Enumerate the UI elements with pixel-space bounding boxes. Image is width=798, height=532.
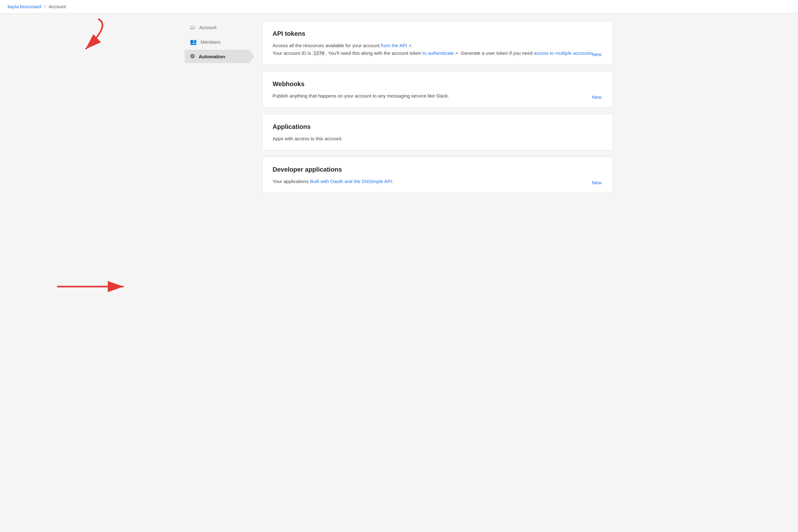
developer-applications-desc: Your applications Built with Oauth and t… bbox=[273, 178, 603, 185]
account-id: 1270 bbox=[312, 50, 325, 56]
developer-applications-title: Developer applications bbox=[273, 166, 603, 173]
api-tokens-desc-before-link1: Access all the resources available for y… bbox=[273, 43, 381, 48]
api-tokens-line2-before: Your account ID is bbox=[273, 50, 312, 56]
webhooks-desc: Publish anything that happens on your ac… bbox=[273, 92, 603, 100]
main-layout: 🗂 Account 👥 Members ⚙ Automation API tok… bbox=[177, 13, 621, 532]
webhooks-new-button[interactable]: New bbox=[590, 93, 604, 101]
applications-desc: Apps with access to this account. bbox=[273, 135, 603, 142]
sidebar-item-members[interactable]: 👥 Members bbox=[185, 35, 254, 49]
dev-apps-link[interactable]: Built with Oauth and the DNSimple API bbox=[310, 178, 392, 184]
api-tokens-card: API tokens Access all the resources avai… bbox=[262, 21, 613, 65]
page-container: kayla.broussard / Account 🗂 Account 👥 Me… bbox=[0, 0, 798, 532]
api-tokens-link1[interactable]: from the API bbox=[381, 43, 407, 48]
content-area: API tokens Access all the resources avai… bbox=[262, 21, 613, 525]
breadcrumb: kayla.broussard / Account bbox=[0, 0, 798, 13]
automation-icon: ⚙ bbox=[190, 53, 195, 60]
sidebar-label-account: Account bbox=[199, 25, 216, 30]
sidebar-item-automation[interactable]: ⚙ Automation bbox=[185, 50, 254, 63]
sidebar-label-automation: Automation bbox=[199, 54, 225, 59]
api-tokens-line2-after: . Generate a user token if you need bbox=[458, 50, 534, 56]
members-icon: 👥 bbox=[190, 38, 197, 45]
api-tokens-desc: Access all the resources available for y… bbox=[273, 42, 603, 57]
breadcrumb-current: Account bbox=[49, 4, 66, 9]
api-tokens-line2-mid: . You'll need this along with the accoun… bbox=[325, 50, 422, 56]
account-icon: 🗂 bbox=[190, 24, 196, 31]
sidebar-label-members: Members bbox=[201, 39, 221, 45]
breadcrumb-user-link[interactable]: kayla.broussard bbox=[7, 4, 41, 9]
api-tokens-link3[interactable]: access to multiple accounts bbox=[534, 50, 592, 56]
developer-applications-card: Developer applications Your applications… bbox=[262, 157, 613, 193]
api-tokens-new-button[interactable]: New bbox=[590, 50, 604, 58]
api-tokens-link2[interactable]: to authenticate bbox=[423, 50, 454, 56]
api-tokens-after-link1: . bbox=[411, 43, 413, 48]
api-authenticate-icon: ↗ bbox=[454, 51, 458, 56]
api-from-icon: ↗ bbox=[407, 44, 411, 48]
applications-card: Applications Apps with access to this ac… bbox=[262, 114, 613, 150]
webhooks-title: Webhooks bbox=[273, 80, 603, 88]
dev-apps-desc-before: Your applications bbox=[273, 178, 310, 184]
dev-apps-desc-after: . bbox=[392, 178, 393, 184]
webhooks-card: Webhooks Publish anything that happens o… bbox=[262, 71, 613, 108]
applications-title: Applications bbox=[273, 123, 603, 131]
breadcrumb-separator: / bbox=[44, 4, 46, 9]
sidebar: 🗂 Account 👥 Members ⚙ Automation bbox=[185, 21, 254, 525]
developer-applications-new-button[interactable]: New bbox=[590, 178, 604, 187]
sidebar-item-account[interactable]: 🗂 Account bbox=[185, 21, 254, 34]
api-tokens-title: API tokens bbox=[273, 30, 603, 37]
